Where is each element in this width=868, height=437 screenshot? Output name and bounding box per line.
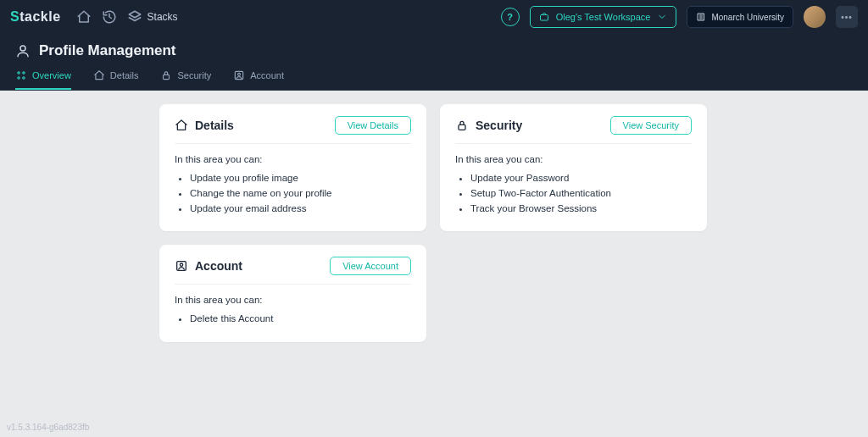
card-account: Account View Account In this area you ca… [159,245,426,342]
tab-security-label: Security [177,70,211,80]
svg-marker-0 [129,11,141,18]
list-item: Track your Browser Sessions [470,202,692,217]
card-account-title: Account [195,259,242,273]
card-security-intro: In this area you can: [455,154,692,164]
svg-point-10 [238,73,241,75]
avatar[interactable] [804,6,826,28]
building-icon [696,12,706,22]
brand-rest: tackle [19,9,60,25]
account-icon [175,259,188,273]
workspace-label: Oleg's Test Workspace [556,12,651,22]
lock-icon [455,119,469,132]
view-account-button[interactable]: View Account [330,257,411,275]
home-icon[interactable] [76,9,92,25]
card-security-list: Update your Password Setup Two-Factor Au… [455,171,692,216]
version-label: v1.5.3.164-g6ad823fb [7,423,89,432]
card-details: Details View Details In this area you ca… [159,104,426,231]
card-details-title: Details [195,119,234,132]
workspace-selector[interactable]: Oleg's Test Workspace [530,6,677,28]
lock-icon [160,69,172,81]
account-icon [233,69,245,81]
svg-point-3 [20,46,25,51]
top-nav: Stackle Stacks ? Oleg's Test Workspace M… [0,0,868,34]
tab-account[interactable]: Account [233,69,284,90]
chevron-down-icon [657,12,667,22]
card-account-intro: In this area you can: [175,295,411,305]
home-small-icon [93,69,105,81]
grid-icon [15,69,27,81]
svg-rect-8 [164,75,170,79]
tabs: Overview Details Security Account [0,63,868,90]
card-details-intro: In this area you can: [175,154,411,164]
list-item: Update your Password [470,171,692,186]
tab-overview-label: Overview [32,70,71,80]
svg-rect-11 [459,124,465,130]
list-item: Delete this Account [190,312,411,327]
list-item: Change the name on your profile [190,186,411,202]
history-icon[interactable] [102,9,117,25]
brand-logo[interactable]: Stackle [10,9,61,25]
content-area: Details View Details In this area you ca… [0,91,868,342]
page-titlebar: Profile Management [0,34,868,63]
svg-point-4 [18,72,19,74]
briefcase-icon [539,12,549,22]
list-item: Update you profile image [190,171,411,186]
university-button[interactable]: Monarch University [687,6,793,28]
svg-point-13 [180,263,182,266]
card-security-title: Security [476,119,522,132]
card-account-list: Delete this Account [175,312,411,327]
user-icon [15,43,31,58]
more-button[interactable]: ••• [836,6,858,28]
card-security: Security View Security In this area you … [440,104,707,231]
page-title: Profile Management [39,42,176,59]
tab-account-label: Account [250,70,284,80]
view-security-button[interactable]: View Security [610,116,692,135]
list-item: Setup Two-Factor Authentication [470,186,692,202]
card-details-list: Update you profile image Change the name… [175,171,411,216]
help-button[interactable]: ? [501,8,520,26]
svg-point-6 [18,77,19,79]
tab-details-label: Details [110,70,139,80]
nav-stacks-label: Stacks [147,11,178,23]
brand-first: S [10,9,19,25]
view-details-button[interactable]: View Details [335,116,411,135]
svg-point-5 [23,72,25,74]
list-item: Update your email address [190,202,411,217]
university-label: Monarch University [711,13,784,22]
nav-stacks[interactable]: Stacks [127,9,178,25]
layers-icon [127,9,142,25]
tab-overview[interactable]: Overview [15,69,71,90]
tab-security[interactable]: Security [160,69,211,90]
home-small-icon [175,119,188,132]
svg-point-7 [23,77,25,79]
svg-rect-1 [540,15,548,21]
tab-details[interactable]: Details [93,69,139,90]
